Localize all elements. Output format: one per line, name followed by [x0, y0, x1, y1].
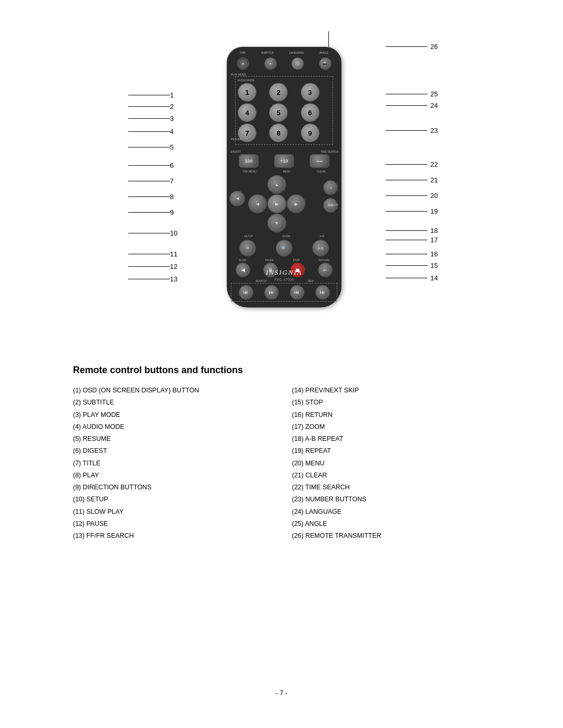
- rewind-button[interactable]: ⏮: [239, 285, 253, 300]
- callout-16: 16: [386, 250, 438, 258]
- button-4[interactable]: 4: [238, 103, 256, 122]
- page-number: - 7 -: [275, 689, 287, 697]
- button-3[interactable]: 3: [301, 83, 320, 102]
- subtitle-button[interactable]: ●: [264, 57, 277, 70]
- top-labels: OSD SUBTITLE LANGUAGE ANGLE: [232, 51, 336, 54]
- prev-skip-button[interactable]: ⏮: [290, 285, 304, 300]
- function-10: (10) SETUP: [73, 494, 271, 505]
- function-8: (8) PLAY: [73, 470, 271, 481]
- callout-23: 23: [386, 127, 438, 134]
- skip-search-box: ⏮ ⏭ ⏮ ⏭: [231, 283, 337, 302]
- function-5: (5) RESUME: [73, 434, 271, 445]
- repeat-button[interactable]: ↺: [323, 180, 338, 195]
- function-19: (19) REPEAT: [292, 446, 490, 456]
- callout-1: 1: [125, 91, 174, 99]
- dpad-area: ◀ ▲ ◀ ▶ ▶ ▼ ↺ A-B: [229, 175, 339, 238]
- button-5[interactable]: 5: [269, 103, 288, 122]
- callout-10: 10: [125, 229, 177, 237]
- callout-22: 22: [386, 161, 438, 168]
- callout-4: 4: [125, 128, 174, 135]
- function-18: (18) A-B REPEAT: [292, 434, 490, 445]
- audio-mode-label: AUDIO MODE: [238, 79, 331, 82]
- function-16: (16) RETURN: [292, 410, 490, 421]
- callout-9: 9: [125, 208, 174, 216]
- callout-20: 20: [386, 192, 438, 200]
- dpad-center[interactable]: ▶: [267, 194, 286, 213]
- callout-8: 8: [125, 193, 174, 201]
- button-8[interactable]: 8: [269, 124, 288, 142]
- callout-3: 3: [125, 115, 174, 122]
- language-button[interactable]: ⊙: [291, 57, 304, 70]
- callout-15: 15: [386, 262, 438, 269]
- button-left[interactable]: ◀: [229, 191, 245, 206]
- callout-18: 18: [386, 227, 438, 235]
- function-13: (13) FF/FR SEARCH: [73, 530, 271, 541]
- osd-button[interactable]: ●: [237, 57, 249, 70]
- label-angle: ANGLE: [320, 51, 328, 54]
- menu-label: MENU: [283, 170, 290, 173]
- callout-5: 5: [125, 143, 174, 151]
- function-3: (3) PLAY MODE: [73, 410, 271, 421]
- function-1: (1) OSD (ON SCREEN DISPLAY) BUTTON: [73, 385, 271, 396]
- button-2[interactable]: 2: [269, 83, 288, 102]
- dpad: ▲ ◀ ▶ ▶ ▼: [248, 175, 305, 232]
- top-menu-label: TOP MENU: [242, 170, 256, 173]
- callout-2: 2: [125, 103, 174, 110]
- function-21: (21) CLEAR: [292, 470, 490, 481]
- remote-body: OSD SUBTITLE LANGUAGE ANGLE ● ● ⊙ 📷 PLAY…: [227, 47, 341, 307]
- ab-repeat-button[interactable]: A-B: [312, 240, 329, 256]
- repeat-label: REPEAT: [328, 203, 338, 206]
- callout-25: 25: [386, 90, 438, 98]
- callout-21: 21: [386, 176, 438, 184]
- function-9: (9) DIRECTION BUTTONS: [73, 482, 271, 493]
- setup-row: ⚙ 🔍 A-B: [229, 240, 339, 256]
- function-11: (11) SLOW PLAY: [73, 507, 271, 517]
- function-23: (23) NUMBER BUTTONS: [292, 494, 490, 505]
- button-9[interactable]: 9: [301, 124, 320, 142]
- label-language: LANGUAGE: [289, 51, 304, 54]
- function-15: (15) STOP: [292, 397, 490, 408]
- callout-19: 19: [386, 207, 438, 215]
- diagram-wrapper: OSD SUBTITLE LANGUAGE ANGLE ● ● ⊙ 📷 PLAY…: [125, 31, 438, 344]
- function-24: (24) LANGUAGE: [292, 507, 490, 517]
- transport-labels: SLOW PAUSE STOP RETURN: [229, 258, 339, 262]
- button-1[interactable]: 1: [238, 83, 256, 102]
- dpad-right[interactable]: ▶: [287, 194, 305, 213]
- button-dash[interactable]: —: [310, 154, 329, 168]
- function-7: (7) TITLE: [73, 458, 271, 469]
- setup-button[interactable]: ⚙: [239, 240, 256, 256]
- clear-label: CLEAR: [317, 170, 326, 173]
- callout-26: 26: [386, 43, 438, 51]
- function-17: (17) ZOOM: [292, 422, 490, 433]
- function-4: (4) AUDIO MODE: [73, 422, 271, 433]
- zoom-button[interactable]: 🔍: [276, 240, 292, 256]
- ab-label: A-B: [320, 235, 324, 238]
- callout-11: 11: [125, 250, 177, 258]
- ff-button[interactable]: ⏭: [264, 285, 279, 300]
- slow-label: SLOW: [239, 258, 247, 262]
- dpad-up[interactable]: ▲: [267, 175, 286, 194]
- number-pad-box: AUDIO MODE 1 2 3 4 5 6 7 8 9: [235, 76, 333, 145]
- next-skip-button[interactable]: ⏭: [315, 285, 330, 300]
- zoom-label: ZOOM: [283, 235, 290, 238]
- menu-labels: TOP MENU MENU CLEAR: [229, 170, 339, 173]
- function-22: (22) TIME SEARCH: [292, 482, 490, 493]
- function-20: (20) MENU: [292, 458, 490, 469]
- model-name: PRC-4700A: [227, 278, 341, 281]
- function-25: (25) ANGLE: [292, 519, 490, 529]
- angle-button[interactable]: 📷: [319, 57, 332, 70]
- dpad-left[interactable]: ◀: [248, 194, 267, 213]
- dpad-down[interactable]: ▼: [267, 214, 286, 232]
- button-100[interactable]: 100: [239, 154, 259, 168]
- callout-24: 24: [386, 102, 438, 109]
- callout-13: 13: [125, 275, 177, 283]
- stop-label: STOP: [292, 258, 300, 262]
- label-subtitle: SUBTITLE: [261, 51, 274, 54]
- brand-area: INSIGNIA PRC-4700A: [227, 268, 341, 281]
- label-osd: OSD: [240, 51, 246, 54]
- callout-line-26: [328, 31, 329, 47]
- resume-label: RESUME: [231, 138, 242, 141]
- button-10[interactable]: +10: [274, 154, 294, 168]
- button-6[interactable]: 6: [301, 103, 320, 122]
- callout-17: 17: [386, 236, 438, 244]
